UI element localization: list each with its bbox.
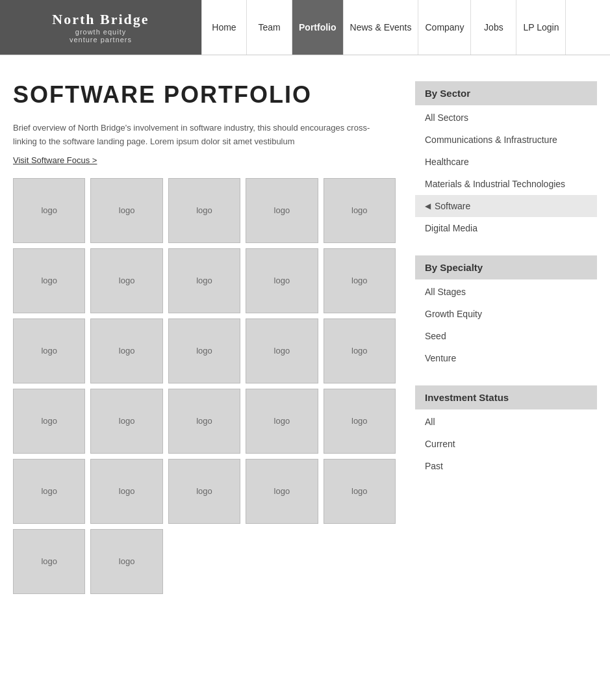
logo-cell: logo [90, 459, 162, 524]
page-description: Brief overview of North Bridge's involve… [13, 122, 390, 149]
sector-header: By Sector [415, 81, 597, 105]
logo-cell: logo [168, 459, 240, 524]
logo-cell: logo [246, 178, 318, 243]
logo-cell: logo [246, 459, 318, 524]
logo-cell: logo [90, 178, 162, 243]
logo-cell: logo [168, 248, 240, 313]
logo-cell: logo [13, 248, 85, 313]
logo-cell: logo [324, 459, 396, 524]
sector-item-healthcare[interactable]: Healthcare [415, 151, 597, 173]
status-item-past[interactable]: Past [415, 455, 597, 477]
sidebar: By Sector All SectorsCommunications & In… [415, 81, 597, 594]
sector-item-materials-&-industrial-technologies[interactable]: Materials & Industrial Technologies [415, 173, 597, 195]
logo-cell: logo [246, 389, 318, 454]
page-title: SOFTWARE PORTFOLIO [13, 81, 396, 109]
logo-cell: logo [90, 389, 162, 454]
status-item-current[interactable]: Current [415, 433, 597, 455]
logo: North Bridge growth equity venture partn… [52, 11, 149, 44]
nav-item-team[interactable]: Team [247, 0, 292, 55]
logo-cell: logo [324, 318, 396, 383]
selected-arrow: ◀ [425, 201, 431, 211]
content-area: SOFTWARE PORTFOLIO Brief overview of Nor… [13, 81, 396, 594]
nav-item-portfolio[interactable]: Portfolio [292, 0, 344, 55]
logo-cell: logo [324, 389, 396, 454]
header: North Bridge growth equity venture partn… [0, 0, 610, 55]
specialty-item-seed[interactable]: Seed [415, 325, 597, 347]
logo-cell: logo [13, 389, 85, 454]
logo-cell: logo [90, 248, 162, 313]
sector-filter-section: By Sector All SectorsCommunications & In… [415, 81, 597, 239]
specialty-item-all-stages[interactable]: All Stages [415, 281, 597, 303]
logo-cell: logo [246, 318, 318, 383]
logo-cell: logo [246, 248, 318, 313]
nav-item-news-&-events[interactable]: News & Events [344, 0, 419, 55]
logo-cell: logo [13, 529, 85, 594]
status-item-all[interactable]: All [415, 411, 597, 433]
logo-grid: logologologologologologologologologologo… [13, 178, 396, 594]
sector-item-all-sectors[interactable]: All Sectors [415, 107, 597, 129]
sector-item-software[interactable]: ◀Software [415, 195, 597, 217]
specialty-item-venture[interactable]: Venture [415, 347, 597, 369]
logo-cell: logo [13, 178, 85, 243]
logo-cell: logo [324, 248, 396, 313]
nav-item-lp-login[interactable]: LP Login [516, 0, 566, 55]
nav-item-company[interactable]: Company [418, 0, 471, 55]
logo-cell: logo [168, 318, 240, 383]
status-items: AllCurrentPast [415, 411, 597, 477]
logo-sub1: growth equity [52, 28, 149, 36]
status-filter-section: Investment Status AllCurrentPast [415, 385, 597, 477]
specialty-items: All StagesGrowth EquitySeedVenture [415, 281, 597, 369]
logo-cell: logo [13, 459, 85, 524]
logo-area: North Bridge growth equity venture partn… [0, 0, 201, 55]
main-content: SOFTWARE PORTFOLIO Brief overview of Nor… [0, 55, 610, 620]
nav-item-jobs[interactable]: Jobs [471, 0, 516, 55]
nav-item-home[interactable]: Home [201, 0, 247, 55]
sector-item-communications-&-infrastructure[interactable]: Communications & Infrastructure [415, 129, 597, 151]
logo-cell: logo [168, 389, 240, 454]
nav: HomeTeamPortfolioNews & EventsCompanyJob… [201, 0, 610, 55]
status-header: Investment Status [415, 385, 597, 409]
logo-main-text: North Bridge [52, 11, 149, 28]
logo-sub2: venture partners [52, 36, 149, 44]
specialty-header: By Specialty [415, 255, 597, 279]
specialty-item-growth-equity[interactable]: Growth Equity [415, 303, 597, 325]
sector-items: All SectorsCommunications & Infrastructu… [415, 107, 597, 239]
visit-software-link[interactable]: Visit Software Focus > [13, 155, 97, 165]
logo-cell: logo [90, 318, 162, 383]
logo-cell: logo [168, 178, 240, 243]
specialty-filter-section: By Specialty All StagesGrowth EquitySeed… [415, 255, 597, 369]
logo-cell: logo [90, 529, 162, 594]
sector-item-digital-media[interactable]: Digital Media [415, 217, 597, 239]
logo-cell: logo [13, 318, 85, 383]
logo-cell: logo [324, 178, 396, 243]
